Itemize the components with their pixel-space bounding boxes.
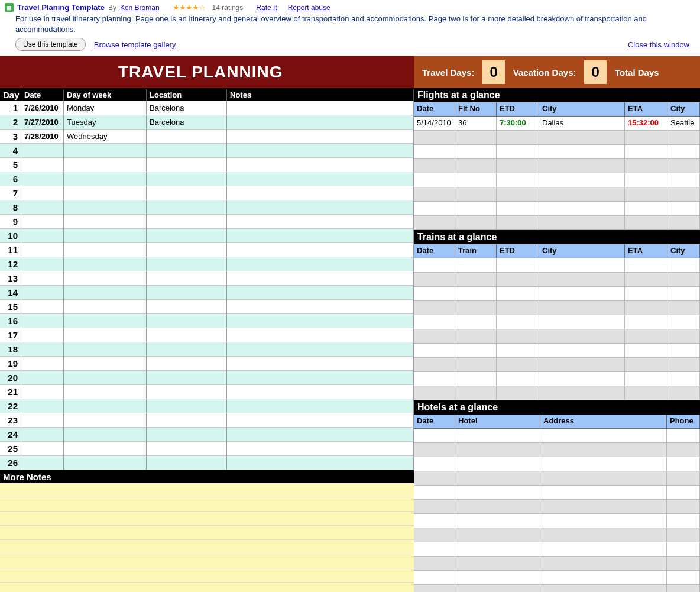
flight-row[interactable] (414, 159, 700, 173)
hotel-row[interactable] (414, 500, 700, 514)
cell-notes[interactable] (227, 172, 414, 186)
trains-col-eta[interactable]: ETA (625, 244, 667, 258)
cell-date[interactable] (21, 371, 64, 385)
cell-dow[interactable] (64, 371, 147, 385)
cell-dow[interactable] (64, 342, 147, 357)
cell-dow[interactable]: Wednesday (64, 130, 147, 144)
flights-col-city[interactable]: City (539, 102, 625, 117)
notes-row[interactable] (0, 526, 414, 540)
cell-dow[interactable] (64, 200, 147, 215)
cell-dow[interactable] (64, 186, 147, 200)
cell-dow[interactable] (64, 144, 147, 158)
hotels-col-date[interactable]: Date (414, 415, 455, 429)
flights-col-city2[interactable]: City (667, 102, 700, 117)
itinerary-row[interactable]: 25 (0, 442, 414, 456)
cell-day[interactable]: 8 (0, 200, 21, 215)
cell-date[interactable] (21, 158, 64, 172)
train-row[interactable] (414, 301, 700, 315)
cell-date[interactable] (21, 144, 64, 158)
train-row[interactable] (414, 344, 700, 358)
flight-etd[interactable]: 7:30:00 (497, 117, 539, 131)
cell-location[interactable] (147, 257, 227, 271)
hotel-row[interactable] (414, 514, 700, 528)
cell-location[interactable] (147, 186, 227, 200)
col-location[interactable]: Location (147, 89, 227, 101)
cell-day[interactable]: 17 (0, 328, 21, 342)
cell-notes[interactable] (227, 257, 414, 271)
cell-location[interactable] (147, 314, 227, 328)
itinerary-row[interactable]: 9 (0, 215, 414, 229)
cell-day[interactable]: 23 (0, 413, 21, 428)
itinerary-row[interactable]: 20 (0, 371, 414, 385)
cell-day[interactable]: 21 (0, 385, 21, 399)
hotel-row[interactable] (414, 429, 700, 443)
cell-notes[interactable] (227, 144, 414, 158)
hotels-col-hotel[interactable]: Hotel (455, 415, 540, 429)
cell-date[interactable] (21, 271, 64, 286)
cell-notes[interactable] (227, 158, 414, 172)
cell-notes[interactable] (227, 413, 414, 428)
cell-day[interactable]: 22 (0, 399, 21, 413)
cell-day[interactable]: 14 (0, 286, 21, 300)
cell-date[interactable] (21, 442, 64, 456)
flight-row[interactable] (414, 187, 700, 202)
cell-dow[interactable] (64, 357, 147, 371)
cell-dow[interactable] (64, 243, 147, 257)
cell-dow[interactable] (64, 442, 147, 456)
hotel-row[interactable] (414, 585, 700, 592)
itinerary-row[interactable]: 17 (0, 328, 414, 342)
cell-notes[interactable] (227, 286, 414, 300)
itinerary-row[interactable]: 15 (0, 300, 414, 314)
itinerary-row[interactable]: 4 (0, 144, 414, 158)
cell-notes[interactable] (227, 328, 414, 342)
cell-location[interactable] (147, 200, 227, 215)
flight-row[interactable] (414, 173, 700, 187)
itinerary-row[interactable]: 11 (0, 243, 414, 257)
use-template-button[interactable]: Use this template (15, 38, 86, 51)
itinerary-row[interactable]: 16 (0, 314, 414, 328)
cell-dow[interactable]: Tuesday (64, 115, 147, 130)
cell-day[interactable]: 5 (0, 158, 21, 172)
notes-row[interactable] (0, 583, 414, 592)
cell-day[interactable]: 26 (0, 456, 21, 470)
cell-location[interactable] (147, 243, 227, 257)
cell-dow[interactable] (64, 300, 147, 314)
cell-location[interactable] (147, 172, 227, 186)
cell-location[interactable] (147, 399, 227, 413)
train-row[interactable] (414, 386, 700, 400)
cell-day[interactable]: 20 (0, 371, 21, 385)
cell-location[interactable] (147, 413, 227, 428)
col-date[interactable]: Date (21, 89, 64, 101)
notes-row[interactable] (0, 554, 414, 568)
notes-row[interactable] (0, 540, 414, 554)
hotels-col-address[interactable]: Address (540, 415, 667, 429)
cell-location[interactable]: Barcelona (147, 115, 227, 130)
cell-notes[interactable] (227, 200, 414, 215)
notes-row[interactable] (0, 568, 414, 583)
cell-day[interactable]: 18 (0, 342, 21, 357)
cell-location[interactable] (147, 271, 227, 286)
cell-date[interactable] (21, 357, 64, 371)
trains-col-etd[interactable]: ETD (497, 244, 539, 258)
hotel-row[interactable] (414, 542, 700, 557)
cell-dow[interactable]: Monday (64, 101, 147, 115)
cell-day[interactable]: 7 (0, 186, 21, 200)
cell-date[interactable] (21, 200, 64, 215)
flight-row[interactable] (414, 202, 700, 216)
cell-location[interactable] (147, 442, 227, 456)
flight-eta[interactable]: 15:32:00 (625, 117, 667, 131)
cell-day[interactable]: 24 (0, 428, 21, 442)
train-row[interactable] (414, 273, 700, 287)
itinerary-row[interactable]: 18 (0, 342, 414, 357)
cell-location[interactable] (147, 342, 227, 357)
itinerary-row[interactable]: 7 (0, 186, 414, 200)
cell-date[interactable]: 7/26/2010 (21, 101, 64, 115)
cell-date[interactable] (21, 413, 64, 428)
itinerary-row[interactable]: 27/27/2010TuesdayBarcelona (0, 115, 414, 130)
cell-date[interactable] (21, 328, 64, 342)
cell-dow[interactable] (64, 399, 147, 413)
cell-dow[interactable] (64, 172, 147, 186)
cell-notes[interactable] (227, 215, 414, 229)
itinerary-row[interactable]: 5 (0, 158, 414, 172)
flight-date[interactable]: 5/14/2010 (414, 117, 455, 131)
